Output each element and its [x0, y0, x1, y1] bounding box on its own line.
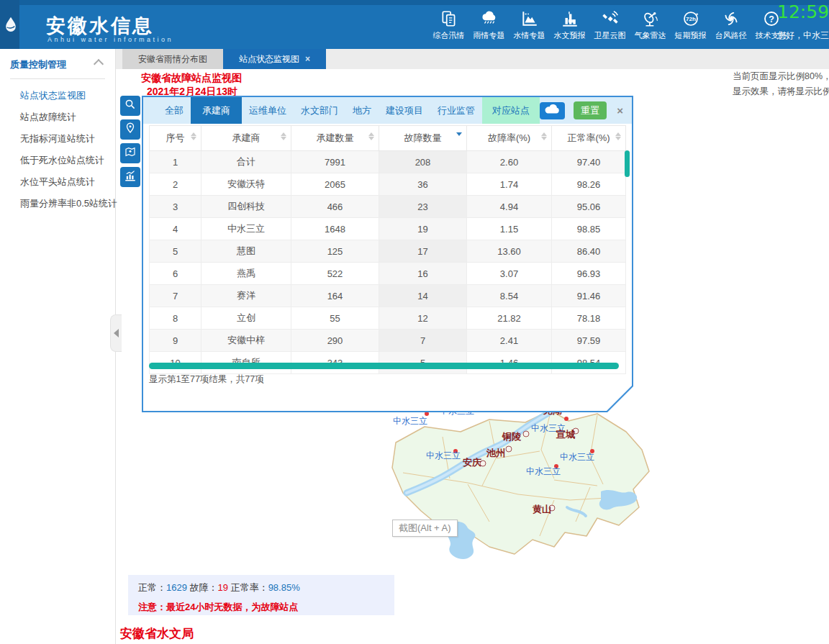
table-cell: 2 — [150, 173, 201, 196]
vertical-scrollbar[interactable] — [625, 150, 630, 177]
nav-item-comprehensive-flood[interactable]: 综合汛情 — [432, 9, 466, 41]
sidebar-item-below-dead-level-stats[interactable]: 低于死水位站点统计 — [0, 150, 115, 171]
filter-contractor[interactable]: 承建商 — [191, 97, 242, 124]
chevron-left-icon — [114, 329, 119, 337]
table-cell: 赛洋 — [201, 285, 291, 307]
nav-item-rain-topic[interactable]: 雨情专题 — [472, 9, 506, 41]
sort-icon[interactable] — [541, 132, 547, 140]
filter-all[interactable]: 全部 — [158, 97, 191, 124]
station-label: 中水三立 — [393, 415, 427, 427]
city-label-池州[interactable]: 池州 — [486, 447, 505, 460]
horizontal-scrollbar[interactable] — [149, 363, 619, 369]
svg-text:?: ? — [769, 14, 774, 24]
locate-button[interactable] — [120, 119, 140, 140]
city-label-黄山[interactable]: 黄山 — [533, 503, 551, 516]
clock-72h-icon: 72h — [681, 9, 700, 29]
filter-local[interactable]: 地方 — [345, 97, 379, 124]
nav-item-satellite-cloud[interactable]: 卫星云图 — [593, 9, 627, 41]
column-header[interactable]: 正常率(%) — [552, 126, 626, 151]
table-cell: 2.60 — [467, 151, 552, 173]
column-header[interactable]: 故障率(%) — [467, 126, 552, 151]
table-cell: 98.85 — [552, 218, 626, 240]
tab-label: 安徽省雨情分布图 — [138, 53, 207, 65]
typhoon-icon — [722, 9, 740, 29]
sort-icon[interactable] — [368, 132, 374, 140]
filter-industry-supervision[interactable]: 行业监管 — [430, 97, 482, 124]
station-label: 中水三立 — [560, 451, 594, 463]
table-cell: 14 — [379, 285, 467, 307]
nav-item-hydro-forecast[interactable]: 水文预报 — [553, 9, 586, 41]
column-header[interactable]: 承建数量 — [291, 126, 379, 151]
column-header[interactable]: 序号 — [150, 126, 201, 151]
map-layers-button[interactable] — [120, 143, 140, 163]
nav-item-short-term-forecast[interactable]: 72h短期预报 — [674, 9, 707, 41]
sidebar-item-no-indicator-river-stats[interactable]: 无指标河道站统计 — [0, 128, 115, 150]
statistics-button[interactable] — [120, 167, 140, 187]
table-cell: 19 — [379, 218, 467, 240]
table-row[interactable]: 8立创551221.8278.18 — [150, 307, 626, 330]
clock: 12:59 — [777, 1, 829, 22]
chevron-up-icon — [94, 59, 104, 69]
filter-hydrology-dept[interactable]: 水文部门 — [294, 97, 345, 124]
nav-item-weather-radar[interactable]: 气象雷达 — [633, 9, 667, 41]
logo-block — [0, 0, 19, 49]
table-cell: 16 — [379, 263, 467, 285]
sort-icon[interactable] — [191, 132, 196, 140]
column-header[interactable]: 故障数量 — [379, 126, 467, 151]
nav-item-typhoon-path[interactable]: 台风路径 — [714, 9, 748, 41]
sort-icon[interactable] — [615, 132, 621, 140]
column-header[interactable]: 承建商 — [201, 126, 291, 151]
fault-label: 故障： — [190, 582, 218, 593]
tab-rain-distribution[interactable]: 安徽省雨情分布图 — [122, 49, 223, 69]
table-row[interactable]: 5慧图1251713.6086.40 — [150, 240, 626, 263]
table-row[interactable]: 3四创科技466234.9495.06 — [150, 196, 626, 218]
city-label-铜陵[interactable]: 铜陵 — [502, 430, 521, 443]
nav-label: 水情专题 — [514, 30, 545, 41]
reset-button[interactable]: 重置 — [574, 101, 607, 119]
filter-construction-project[interactable]: 建设项目 — [379, 97, 430, 124]
filter-maintenance-unit[interactable]: 运维单位 — [242, 97, 294, 124]
table-cell: 合计 — [201, 151, 291, 173]
column-label: 正常率(%) — [567, 132, 610, 143]
nav-item-water-topic[interactable]: 水情专题 — [512, 9, 546, 41]
table-cell: 1.15 — [467, 218, 552, 240]
table-cell: 91.46 — [552, 285, 626, 307]
table-cell: 2.41 — [467, 330, 552, 352]
sidebar-item-flat-water-level-stats[interactable]: 水位平头站点统计 — [0, 171, 115, 193]
sidebar-item-station-fault-stats[interactable]: 站点故障统计 — [0, 106, 115, 128]
tab-station-status[interactable]: 站点状态监视图× — [223, 49, 326, 69]
table-cell: 9 — [150, 330, 201, 352]
province-map[interactable]: 中水三立中水三立中水三立中水三立中水三立中水三立芜湖铜陵宣城池州安庆黄山 — [381, 392, 662, 576]
table-cell: 4 — [150, 218, 201, 240]
table-cell: 中水三立 — [201, 218, 291, 240]
sidebar-item-station-status-map[interactable]: 站点状态监视图 — [0, 85, 115, 106]
sidebar-collapse-handle[interactable] — [110, 314, 122, 352]
sidebar-item-rain-resolution-stats[interactable]: 雨量分辨率非0.5站统计 — [0, 193, 115, 214]
result-summary: 显示第1至77项结果，共77项 — [149, 373, 264, 386]
city-label-宣城[interactable]: 宣城 — [556, 428, 575, 441]
filter-corresponding-station[interactable]: 对应站点 — [482, 97, 540, 124]
dialog-close-icon[interactable]: × — [617, 104, 623, 117]
cloud-button[interactable] — [540, 102, 565, 119]
table-cell: 4.94 — [467, 196, 552, 218]
search-button[interactable] — [120, 96, 140, 116]
sort-icon[interactable] — [281, 132, 286, 140]
table-row[interactable]: 1合计79912082.6097.40 — [150, 151, 626, 173]
tab-close-icon[interactable]: × — [305, 54, 310, 64]
city-marker-icon — [506, 446, 512, 453]
table-row[interactable]: 4中水三立1648191.1598.85 — [150, 218, 626, 240]
sidebar-group-quality-control[interactable]: 质量控制管理 — [10, 58, 105, 79]
table-row[interactable]: 6燕禹522163.0796.93 — [150, 263, 626, 285]
table-cell: 5 — [150, 240, 201, 263]
sort-desc-icon[interactable] — [456, 132, 462, 136]
table-cell: 1 — [150, 151, 201, 173]
normal-value: 1629 — [166, 582, 187, 593]
column-label: 承建数量 — [317, 132, 354, 143]
table-row[interactable]: 7赛洋164148.5491.46 — [150, 285, 626, 307]
nav-label: 短期预报 — [675, 30, 707, 41]
map-toolbar — [120, 96, 140, 187]
table-row[interactable]: 2安徽沃特2065361.7498.26 — [150, 173, 626, 196]
zoom-notice-line1: 当前页面显示比例80%， — [733, 69, 829, 84]
city-label-安庆[interactable]: 安庆 — [463, 456, 481, 469]
table-row[interactable]: 9安徽中梓29072.4197.59 — [150, 330, 626, 352]
